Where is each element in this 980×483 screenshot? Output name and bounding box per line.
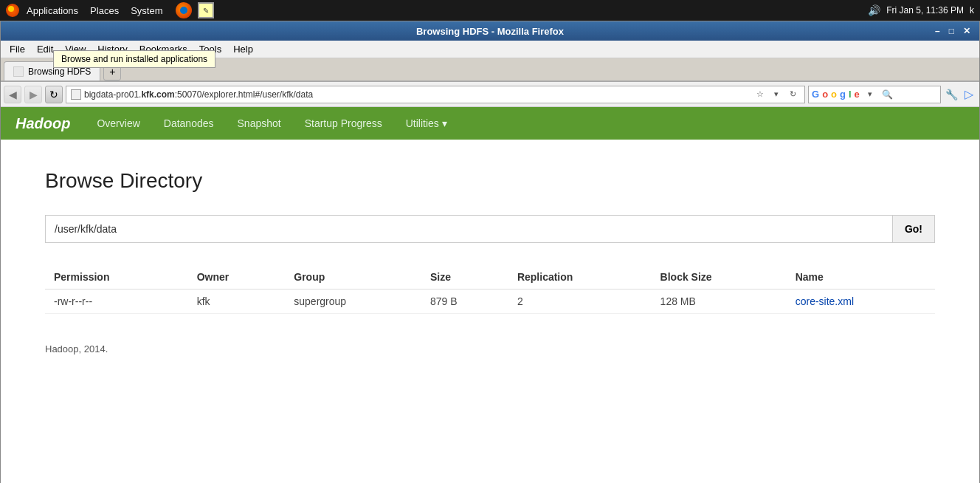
hadoop-navbar: Hadoop Overview Datanodes Snapshot Start… [1, 107, 979, 140]
nav-datanodes[interactable]: Datanodes [152, 110, 226, 137]
firefox-icon[interactable] [176, 2, 192, 18]
col-replication: Replication [508, 265, 652, 290]
url-prefix: bigdata-pro01. [84, 89, 141, 100]
bookmark-star[interactable]: ☆ [753, 87, 767, 102]
maximize-button[interactable]: □ [946, 26, 957, 36]
cell-group: supergroup [285, 290, 421, 314]
directory-table: Permission Owner Group Size Replication … [45, 265, 935, 314]
google-logo-e: e [855, 89, 860, 100]
nav-startup-progress[interactable]: Startup Progress [293, 110, 394, 137]
menu-file[interactable]: File [4, 42, 31, 56]
search-icon[interactable]: 🔍 [880, 87, 895, 102]
google-logo-g2: g [840, 89, 846, 100]
page-icon [71, 89, 81, 100]
datetime: Fri Jan 5, 11:36 PM [886, 5, 964, 16]
system-menu[interactable]: System [126, 4, 167, 18]
browser-window: Browsing HDFS - Mozilla Firefox – □ ✕ Fi… [0, 21, 980, 483]
table-body: -rw-r--r-- kfk supergroup 879 B 2 128 MB… [45, 290, 935, 314]
nav-overview[interactable]: Overview [85, 110, 151, 137]
taskbar: Applications Places System ✎ 🔊 Fri Jan 5… [0, 0, 980, 21]
places-menu[interactable]: Places [86, 4, 123, 18]
tab-label: Browsing HDFS [28, 66, 91, 77]
new-tab-button[interactable]: + [103, 63, 121, 80]
google-logo-o2: o [831, 89, 837, 100]
page-content: Hadoop Overview Datanodes Snapshot Start… [1, 107, 979, 483]
addons-button[interactable]: 🔧 [944, 87, 959, 102]
gnome-foot-icon [6, 4, 19, 17]
utilities-dropdown-icon: ▾ [442, 117, 447, 129]
table-header: Permission Owner Group Size Replication … [45, 265, 935, 290]
path-input[interactable] [46, 216, 892, 242]
cell-name[interactable]: core-site.xml [787, 290, 935, 314]
browser-tab[interactable]: Browsing HDFS [4, 61, 100, 80]
tab-favicon [13, 66, 24, 77]
menu-bookmarks[interactable]: Bookmarks [134, 42, 193, 56]
page-title: Browse Directory [45, 169, 935, 193]
menu-help[interactable]: Help [227, 42, 259, 56]
menu-view[interactable]: View [59, 42, 92, 56]
applications-menu[interactable]: Applications [22, 4, 83, 18]
col-blocksize: Block Size [652, 265, 787, 290]
url-right-icons: ☆ ▾ ↻ [753, 87, 800, 102]
browser-tabbar: Browsing HDFS + [1, 58, 979, 82]
cell-replication: 2 [508, 290, 652, 314]
google-logo-o: o [822, 89, 828, 100]
url-path: :50070/explorer.html#/user/kfk/data [175, 89, 313, 100]
titlebar-buttons: – □ ✕ [932, 26, 973, 36]
cell-size: 879 B [421, 290, 508, 314]
file-link[interactable]: core-site.xml [796, 295, 854, 307]
volume-icon: 🔊 [868, 4, 880, 16]
table-row: -rw-r--r-- kfk supergroup 879 B 2 128 MB… [45, 290, 935, 314]
url-text: bigdata-pro01.kfk.com:50070/explorer.htm… [84, 89, 750, 100]
next-nav-arrow[interactable]: ▷ [962, 87, 976, 102]
browser-titlebar: Browsing HDFS - Mozilla Firefox – □ ✕ [1, 21, 979, 41]
url-domain: kfk.com [141, 89, 174, 100]
hadoop-brand: Hadoop [15, 115, 70, 132]
nav-snapshot[interactable]: Snapshot [226, 110, 293, 137]
browser-menubar: File Edit View History Bookmarks Tools H… [1, 41, 979, 58]
path-form: Go! [45, 215, 935, 243]
menu-tools[interactable]: Tools [193, 42, 227, 56]
table-header-row: Permission Owner Group Size Replication … [45, 265, 935, 290]
refresh-url-btn[interactable]: ↻ [785, 87, 800, 102]
main-content: Browse Directory Go! Permission Owner Gr… [1, 140, 979, 384]
col-owner: Owner [188, 265, 286, 290]
col-name: Name [787, 265, 935, 290]
username: k [970, 5, 974, 16]
taskbar-right: 🔊 Fri Jan 5, 11:36 PM k [868, 4, 974, 16]
close-button[interactable]: ✕ [960, 26, 973, 36]
cell-owner: kfk [188, 290, 286, 314]
footer-text: Hadoop, 2014. [45, 343, 935, 354]
url-bar[interactable]: bigdata-pro01.kfk.com:50070/explorer.htm… [66, 86, 805, 103]
col-group: Group [285, 265, 421, 290]
url-dropdown[interactable]: ▾ [769, 87, 784, 102]
search-bar[interactable]: G o o g l e ▾ 🔍 [808, 86, 941, 103]
cell-permission: -rw-r--r-- [45, 290, 188, 314]
browser-title: Browsing HDFS - Mozilla Firefox [416, 26, 564, 37]
cell-blocksize: 128 MB [652, 290, 787, 314]
nav-utilities[interactable]: Utilities ▾ [394, 110, 459, 137]
url-bar-inner: bigdata-pro01.kfk.com:50070/explorer.htm… [71, 87, 800, 102]
menu-edit[interactable]: Edit [31, 42, 59, 56]
search-dropdown[interactable]: ▾ [863, 87, 877, 102]
notepad-icon[interactable]: ✎ [198, 2, 214, 18]
minimize-button[interactable]: – [932, 26, 943, 36]
taskbar-left: Applications Places System ✎ [6, 2, 214, 18]
browser-addressbar: ◀ ▶ ↻ bigdata-pro01.kfk.com:50070/explor… [1, 82, 979, 107]
reload-button[interactable]: ↻ [45, 86, 63, 103]
google-logo-l: l [849, 89, 852, 100]
col-permission: Permission [45, 265, 188, 290]
back-button[interactable]: ◀ [4, 86, 21, 103]
go-button[interactable]: Go! [892, 216, 934, 242]
col-size: Size [421, 265, 508, 290]
menu-history[interactable]: History [92, 42, 133, 56]
forward-button[interactable]: ▶ [24, 86, 42, 103]
google-logo: G [812, 89, 819, 100]
